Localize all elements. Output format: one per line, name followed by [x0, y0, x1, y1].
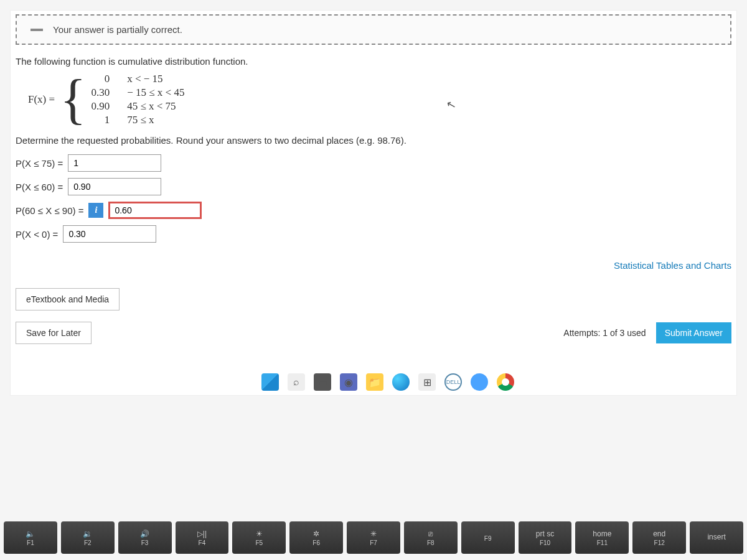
question-panel: Your answer is partially correct. The fo…: [10, 10, 737, 396]
problem-row: P(X ≤ 60) =: [16, 178, 731, 195]
etextbook-button[interactable]: eTextbook and Media: [16, 288, 120, 310]
key-f4[interactable]: ▷||F4: [176, 521, 229, 554]
problem-label: P(60 ≤ X ≤ 90) =: [16, 205, 83, 216]
key-f5[interactable]: ☀F5: [232, 521, 286, 554]
case-condition: − 15 ≤ x < 45: [127, 86, 184, 99]
chat-icon[interactable]: ◉: [340, 373, 357, 391]
key-f9[interactable]: F9: [461, 521, 515, 554]
key-f7[interactable]: ✳F7: [347, 521, 400, 554]
info-icon[interactable]: i: [88, 203, 103, 218]
function-name: F(x) =: [28, 93, 55, 106]
key-f6[interactable]: ✲F6: [289, 521, 343, 554]
answer-input-3[interactable]: [108, 202, 202, 219]
start-icon[interactable]: [261, 373, 279, 391]
search-icon[interactable]: ⌕: [288, 373, 305, 391]
action-bar: Save for Later Attempts: 1 of 3 used Sub…: [16, 322, 731, 344]
case-value: 0.30: [91, 86, 113, 99]
key-insert[interactable]: insert: [690, 521, 743, 554]
answer-input-1[interactable]: [68, 154, 161, 172]
brace-left: {: [60, 78, 86, 121]
key-f2[interactable]: 🔉F2: [61, 521, 115, 554]
problem-label: P(X ≤ 75) =: [16, 158, 63, 169]
answer-input-4[interactable]: [63, 225, 156, 243]
keyboard-function-row: 🔈F1 🔉F2 🔊F3 ▷||F4 ☀F5 ✲F6 ✳F7 ⎚F8 F9 prt…: [0, 521, 747, 554]
case-value: 1: [91, 114, 113, 126]
case-value: 0: [91, 73, 113, 85]
case-value: 0.90: [91, 100, 113, 113]
question-intro: The following function is cumulative dis…: [16, 56, 731, 67]
key-f3[interactable]: 🔊F3: [118, 521, 172, 554]
attempts-text: Attempts: 1 of 3 used: [563, 328, 646, 338]
problem-label: P(X ≤ 60) =: [16, 182, 63, 192]
problem-row: P(X < 0) =: [16, 225, 731, 243]
chrome-icon[interactable]: [497, 373, 514, 391]
instruction-text: Determine the requested probabilities. R…: [16, 135, 731, 146]
feedback-indicator-bar: [31, 29, 43, 31]
case-condition: 75 ≤ x: [127, 114, 184, 126]
cortana-icon[interactable]: [471, 373, 488, 391]
key-f12[interactable]: endF12: [632, 521, 686, 554]
key-f8[interactable]: ⎚F8: [404, 521, 458, 554]
feedback-banner: Your answer is partially correct.: [16, 14, 731, 45]
submit-answer-button[interactable]: Submit Answer: [656, 322, 731, 343]
key-f1[interactable]: 🔈F1: [4, 521, 57, 554]
problem-label: P(X < 0) =: [16, 229, 58, 240]
problem-row: P(X ≤ 75) =: [16, 154, 731, 172]
feedback-text: Your answer is partially correct.: [53, 24, 182, 35]
case-condition: x < − 15: [127, 73, 184, 85]
problem-row: P(60 ≤ X ≤ 90) = i: [16, 202, 731, 219]
save-for-later-button[interactable]: Save for Later: [16, 322, 92, 344]
answer-input-2[interactable]: [68, 178, 161, 195]
case-condition: 45 ≤ x < 75: [127, 100, 184, 113]
store-icon[interactable]: ⊞: [418, 373, 436, 391]
key-f11[interactable]: homeF11: [575, 521, 629, 554]
edge-icon[interactable]: [392, 373, 410, 391]
stats-tables-link[interactable]: Statistical Tables and Charts: [16, 260, 731, 271]
dell-icon[interactable]: DELL: [444, 373, 462, 391]
explorer-icon[interactable]: 📁: [366, 373, 383, 391]
key-f10[interactable]: prt scF10: [519, 521, 572, 554]
taskview-icon[interactable]: ▭: [314, 373, 331, 391]
function-definition: F(x) = { 0 x < − 15 0.30 − 15 ≤ x < 45 0…: [28, 73, 731, 126]
windows-taskbar: ⌕ ▭ ◉ 📁 ⊞ DELL: [261, 373, 514, 391]
